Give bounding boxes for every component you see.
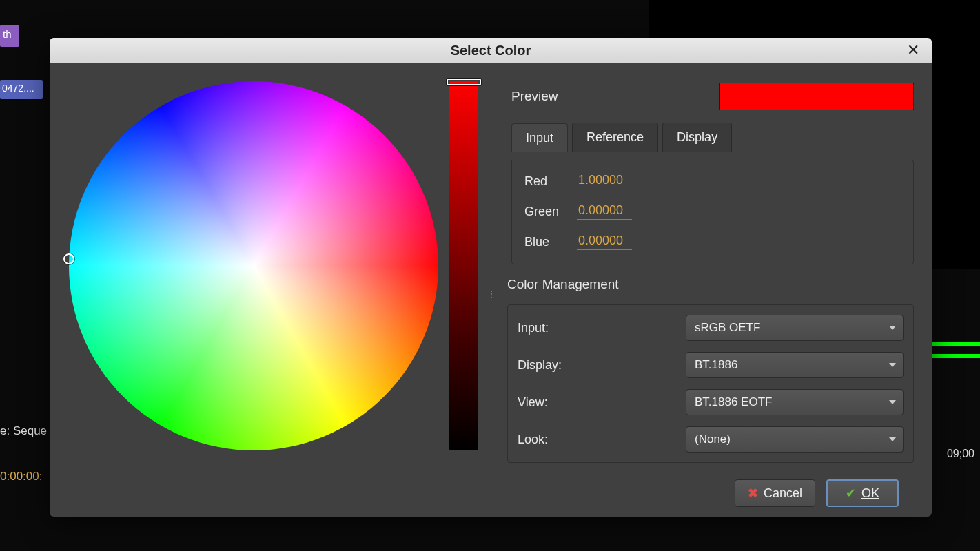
cm-view-row: View: BT.1886 EOTF <box>518 389 904 415</box>
cm-look-row: Look: (None) <box>518 426 904 453</box>
chevron-down-icon <box>889 363 896 367</box>
cm-view-value: BT.1886 EOTF <box>695 395 772 409</box>
color-wheel[interactable] <box>69 81 438 450</box>
cm-input-value: sRGB OETF <box>695 321 760 335</box>
ok-button[interactable]: ✔ OK <box>826 479 899 507</box>
tab-display[interactable]: Display <box>662 123 732 152</box>
red-label: Red <box>524 174 564 189</box>
chevron-down-icon <box>889 437 896 441</box>
close-button[interactable]: ✕ <box>907 43 919 58</box>
color-management-panel: Input: sRGB OETF Display: BT.1886 View: <box>507 304 914 463</box>
cm-input-row: Input: sRGB OETF <box>518 315 904 341</box>
ok-label: OK <box>861 486 879 501</box>
tab-bar: Input Reference Display <box>504 123 918 152</box>
color-wheel-area <box>68 81 440 507</box>
cm-display-select[interactable]: BT.1886 <box>686 352 904 378</box>
timecode-readout: 0:00:00; <box>0 470 42 484</box>
pane-splitter[interactable]: ⋮ <box>488 81 495 507</box>
ok-icon: ✔ <box>846 486 856 501</box>
cm-display-label: Display: <box>518 358 676 373</box>
preview-row: Preview <box>504 81 918 110</box>
timeline-clip: th <box>0 25 19 47</box>
audio-meter <box>925 337 980 358</box>
tab-input[interactable]: Input <box>511 123 568 152</box>
blue-label: Blue <box>524 235 564 249</box>
cm-look-label: Look: <box>518 433 676 447</box>
green-value-input[interactable]: 0.00000 <box>577 203 632 220</box>
cancel-label: Cancel <box>764 486 802 501</box>
green-row: Green 0.00000 <box>524 203 901 220</box>
cm-look-select[interactable]: (None) <box>686 426 904 453</box>
chevron-down-icon <box>889 326 896 330</box>
cancel-button[interactable]: ✖ Cancel <box>735 479 815 507</box>
dialog-titlebar[interactable]: Select Color ✕ <box>50 38 932 63</box>
cm-input-label: Input: <box>518 321 676 335</box>
dialog-title: Select Color <box>451 43 531 59</box>
right-panel: Preview Input Reference Display Red 1.00… <box>504 81 918 507</box>
cm-display-value: BT.1886 <box>695 358 737 372</box>
preview-label: Preview <box>511 89 558 104</box>
cm-look-value: (None) <box>695 433 731 446</box>
red-value-input[interactable]: 1.00000 <box>577 173 632 189</box>
red-row: Red 1.00000 <box>524 173 901 189</box>
preview-swatch <box>719 83 914 110</box>
cm-display-row: Display: BT.1886 <box>518 352 904 378</box>
value-slider[interactable] <box>449 81 478 450</box>
timecode-readout: 09;00 <box>947 448 974 460</box>
color-management-title: Color Management <box>504 277 918 292</box>
cancel-icon: ✖ <box>748 486 758 501</box>
cm-view-select[interactable]: BT.1886 EOTF <box>686 389 904 415</box>
select-color-dialog: Select Color ✕ ⋮ Preview Input Reference… <box>50 38 932 517</box>
tab-reference[interactable]: Reference <box>572 123 658 152</box>
green-label: Green <box>524 205 564 219</box>
color-wheel-cursor[interactable] <box>63 253 74 264</box>
sequence-label: e: Seque <box>0 424 47 438</box>
tab-panel-input: Red 1.00000 Green 0.00000 Blue 0.00000 <box>511 160 914 264</box>
timeline-clip: 0472.... <box>0 80 43 99</box>
cm-input-select[interactable]: sRGB OETF <box>686 315 904 341</box>
cm-view-label: View: <box>518 395 676 410</box>
value-slider-handle[interactable] <box>447 79 481 85</box>
dialog-content: ⋮ Preview Input Reference Display Red 1.… <box>50 63 932 517</box>
close-icon: ✕ <box>907 41 919 59</box>
dialog-button-row: ✖ Cancel ✔ OK <box>504 475 918 507</box>
chevron-down-icon <box>889 400 896 404</box>
blue-value-input[interactable]: 0.00000 <box>577 233 632 250</box>
blue-row: Blue 0.00000 <box>524 233 901 250</box>
